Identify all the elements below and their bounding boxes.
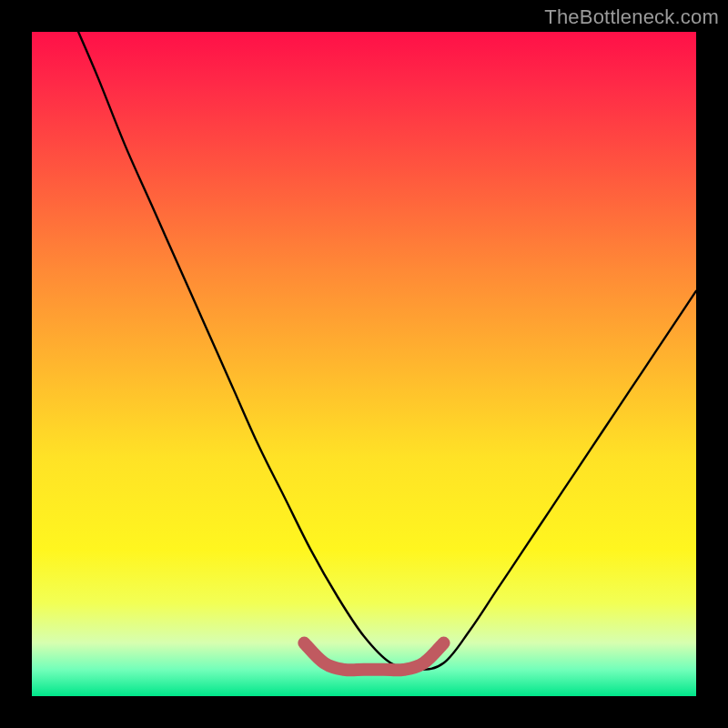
curve-line [78, 32, 696, 670]
plot-area [32, 32, 696, 696]
chart-frame: TheBottleneck.com [0, 0, 728, 728]
chart-svg [32, 32, 696, 696]
watermark-text: TheBottleneck.com [544, 5, 719, 29]
